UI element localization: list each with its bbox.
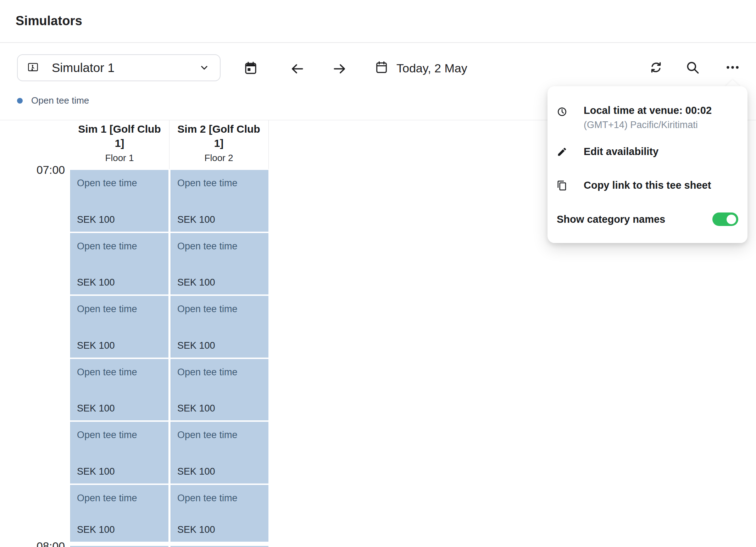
tee-time-slot[interactable]: Open tee timeSEK 100 [70,296,168,358]
more-options-button[interactable] [725,60,740,75]
slot-label: Open tee time [177,241,238,252]
simulator-select[interactable]: Simulator 1 [17,54,221,81]
tee-time-slot[interactable]: Open tee timeSEK 100 [70,233,168,294]
calendar-today-icon [243,61,258,76]
column-header-sim2: Sim 2 [Golf Club1] Floor 2 [169,122,268,164]
edit-availability-item[interactable]: Edit availability [557,146,658,158]
local-time-label: Local time at venue: 00:02 [584,105,712,116]
search-button[interactable] [685,60,700,75]
tee-time-slot[interactable]: Open tee timeSEK 100 [70,422,168,484]
copy-link-label: Copy link to this tee sheet [584,179,711,191]
slot-price: SEK 100 [177,403,215,414]
date-picker[interactable]: Today, 2 May [374,60,467,77]
slot-label: Open tee time [77,241,137,252]
tee-time-slot[interactable]: Open tee timeSEK 100 [171,485,268,542]
popup-caret [725,80,740,87]
refresh-button[interactable] [648,60,664,75]
slot-label: Open tee time [77,493,137,504]
simulator-icon [27,62,39,74]
options-popup: Local time at venue: 00:02 (GMT+14) Paci… [547,86,747,243]
slot-label: Open tee time [77,430,137,441]
slot-price: SEK 100 [77,340,115,351]
open-tee-time-dot [17,98,23,104]
timezone-label: (GMT+14) Pacific/Kiritimati [584,120,712,131]
slot-price: SEK 100 [77,466,115,477]
slot-price: SEK 100 [177,277,215,288]
pencil-icon [557,147,567,157]
page-title: Simulators [16,13,82,28]
slot-label: Open tee time [77,304,137,315]
calendar-icon [374,60,389,76]
search-icon [685,60,700,75]
local-time-item: Local time at venue: 00:02 (GMT+14) Paci… [557,105,712,131]
show-category-names-label: Show category names [557,214,665,225]
tee-time-slot[interactable]: Open tee timeSEK 100 [70,170,168,232]
show-category-names-row: Show category names [557,212,738,226]
tee-time-slot[interactable]: Open tee timeSEK 100 [70,485,168,542]
header-divider [0,42,756,43]
slot-price: SEK 100 [177,524,215,535]
arrow-left-icon [290,61,305,76]
tee-time-slot[interactable]: Open tee timeSEK 100 [171,359,268,420]
slot-label: Open tee time [177,493,238,504]
slot-label: Open tee time [77,178,137,189]
slot-label: Open tee time [177,178,238,189]
slot-price: SEK 100 [77,403,115,414]
next-day-button[interactable] [332,61,348,77]
edit-availability-label: Edit availability [584,146,658,158]
show-category-names-toggle[interactable] [712,212,738,226]
slot-label: Open tee time [177,430,238,441]
simulator-select-value: Simulator 1 [52,61,199,75]
tee-time-slot[interactable]: Open tee timeSEK 100 [171,233,268,294]
legend: Open tee time [17,95,89,106]
previous-day-button[interactable] [289,61,305,77]
slot-price: SEK 100 [177,214,215,225]
slot-price: SEK 100 [77,524,115,535]
legend-label: Open tee time [31,95,89,106]
slot-price: SEK 100 [177,466,215,477]
date-label: Today, 2 May [396,61,467,75]
refresh-icon [649,60,663,75]
ellipsis-icon [725,60,740,75]
slot-price: SEK 100 [177,340,215,351]
clock-icon [557,105,567,117]
jump-to-today-button[interactable] [243,60,259,76]
column-header-sim1: Sim 1 [Golf Club1] Floor 1 [70,122,169,164]
toggle-knob [727,215,736,224]
time-label-0700: 07:00 [0,164,65,177]
tee-sheet-page: Simulators Simulator 1 [0,0,756,547]
slot-label: Open tee time [77,367,137,378]
arrow-right-icon [332,61,347,76]
tee-time-slot[interactable]: Open tee timeSEK 100 [171,296,268,358]
slot-price: SEK 100 [77,277,115,288]
time-label-0800: 08:00 [0,540,65,547]
tee-time-slot[interactable]: Open tee timeSEK 100 [171,422,268,484]
slot-label: Open tee time [177,304,238,315]
tee-time-slot[interactable]: Open tee timeSEK 100 [70,359,168,420]
copy-link-item[interactable]: Copy link to this tee sheet [557,179,711,191]
tee-time-slot[interactable]: Open tee timeSEK 100 [171,170,268,232]
slot-label: Open tee time [177,367,238,378]
chevron-down-icon [199,62,210,73]
slot-price: SEK 100 [77,214,115,225]
copy-icon [557,180,567,191]
column-divider [268,120,269,169]
